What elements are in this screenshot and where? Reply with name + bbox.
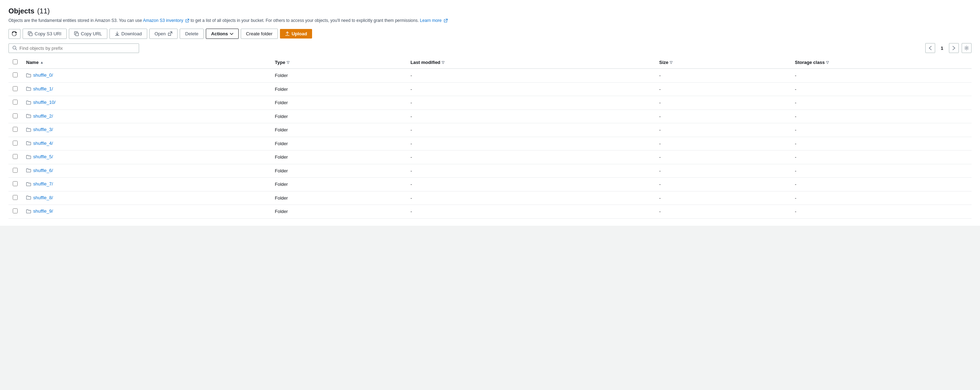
svg-rect-1 (76, 33, 78, 36)
refresh-icon (12, 32, 17, 37)
folder-link[interactable]: shuffle_3/ (26, 127, 53, 132)
toolbar: Copy S3 URI Copy URL Download Open Delet… (8, 29, 972, 39)
settings-icon (964, 46, 969, 51)
row-checkbox[interactable] (13, 141, 18, 145)
table-row: shuffle_1/Folder--- (8, 82, 972, 96)
object-size: - (655, 150, 791, 164)
learn-more-external-icon (444, 19, 448, 23)
svg-rect-0 (29, 33, 32, 36)
object-type: Folder (271, 150, 406, 164)
download-button[interactable]: Download (110, 29, 147, 39)
chevron-down-icon (230, 33, 233, 35)
object-size: - (655, 96, 791, 110)
pagination-settings-button[interactable] (962, 43, 972, 53)
refresh-button[interactable] (8, 29, 21, 39)
last-modified: - (406, 150, 655, 164)
folder-link[interactable]: shuffle_0/ (26, 72, 53, 78)
open-external-icon (167, 32, 172, 37)
folder-link[interactable]: shuffle_9/ (26, 208, 53, 214)
folder-link[interactable]: shuffle_2/ (26, 113, 53, 119)
storage-class: - (791, 96, 972, 110)
object-size: - (655, 164, 791, 178)
folder-icon (26, 73, 31, 78)
last-modified: - (406, 69, 655, 82)
object-type: Folder (271, 137, 406, 150)
folder-link[interactable]: shuffle_4/ (26, 141, 53, 146)
col-header-type[interactable]: Type ▽ (271, 56, 406, 69)
row-checkbox[interactable] (13, 195, 18, 200)
folder-link[interactable]: shuffle_10/ (26, 100, 56, 105)
select-all-header[interactable] (8, 56, 22, 69)
pagination-prev-button[interactable] (925, 43, 935, 53)
table-row: shuffle_5/Folder--- (8, 150, 972, 164)
col-header-name[interactable]: Name ▲ (22, 56, 271, 69)
folder-link[interactable]: shuffle_6/ (26, 168, 53, 173)
svg-point-2 (13, 46, 16, 49)
delete-button[interactable]: Delete (180, 29, 204, 39)
copy-icon (28, 32, 33, 37)
search-input[interactable] (19, 46, 135, 51)
last-modified: - (406, 123, 655, 137)
open-button[interactable]: Open (150, 29, 178, 39)
col-header-modified[interactable]: Last modified ▽ (406, 56, 655, 69)
last-modified: - (406, 82, 655, 96)
folder-name: shuffle_5/ (33, 154, 53, 159)
folder-icon (26, 127, 31, 132)
search-row: 1 (8, 43, 972, 53)
folder-link[interactable]: shuffle_8/ (26, 195, 53, 200)
last-modified: - (406, 178, 655, 192)
folder-icon (26, 168, 31, 173)
row-checkbox[interactable] (13, 86, 18, 91)
upload-button[interactable]: Upload (280, 29, 312, 38)
select-all-checkbox[interactable] (13, 59, 18, 64)
table-header: Name ▲ Type ▽ Last modified ▽ (8, 56, 972, 69)
storage-class: - (791, 110, 972, 123)
folder-icon (26, 86, 31, 91)
folder-name: shuffle_2/ (33, 113, 53, 119)
storage-class: - (791, 178, 972, 192)
actions-button[interactable]: Actions (206, 29, 239, 39)
row-checkbox[interactable] (13, 181, 18, 186)
header-row: Objects (11) (8, 7, 972, 15)
object-type: Folder (271, 178, 406, 192)
table-row: shuffle_0/Folder--- (8, 69, 972, 82)
folder-icon (26, 141, 31, 145)
last-modified: - (406, 164, 655, 178)
col-header-storage[interactable]: Storage class ▽ (791, 56, 972, 69)
last-modified: - (406, 205, 655, 219)
upload-icon (285, 32, 290, 37)
learn-more-link[interactable]: Learn more (420, 18, 448, 23)
row-checkbox[interactable] (13, 154, 18, 159)
search-box[interactable] (8, 43, 139, 53)
row-checkbox[interactable] (13, 208, 18, 213)
object-type: Folder (271, 82, 406, 96)
objects-panel: Objects (11) Objects are the fundamental… (0, 0, 980, 226)
folder-name: shuffle_0/ (33, 72, 53, 78)
folder-link[interactable]: shuffle_7/ (26, 181, 53, 187)
pagination-next-button[interactable] (949, 43, 959, 53)
create-folder-button[interactable]: Create folder (241, 29, 278, 39)
folder-name: shuffle_3/ (33, 127, 53, 132)
col-header-size[interactable]: Size ▽ (655, 56, 791, 69)
svg-point-3 (966, 47, 967, 49)
s3-inventory-link[interactable]: Amazon S3 inventory (143, 18, 191, 23)
objects-table: Name ▲ Type ▽ Last modified ▽ (8, 56, 972, 219)
folder-link[interactable]: shuffle_5/ (26, 154, 53, 159)
folder-link[interactable]: shuffle_1/ (26, 86, 53, 91)
copy-s3-uri-button[interactable]: Copy S3 URI (22, 29, 67, 39)
table-row: shuffle_10/Folder--- (8, 96, 972, 110)
copy-url-button[interactable]: Copy URL (69, 29, 107, 39)
pagination-controls: 1 (925, 43, 972, 53)
row-checkbox[interactable] (13, 127, 18, 132)
object-size: - (655, 205, 791, 219)
last-modified: - (406, 110, 655, 123)
object-size: - (655, 123, 791, 137)
row-checkbox[interactable] (13, 72, 18, 77)
table-row: shuffle_4/Folder--- (8, 137, 972, 150)
row-checkbox[interactable] (13, 100, 18, 105)
chevron-left-icon (929, 46, 932, 50)
row-checkbox[interactable] (13, 168, 18, 173)
row-checkbox[interactable] (13, 113, 18, 118)
object-size: - (655, 110, 791, 123)
folder-icon (26, 154, 31, 159)
